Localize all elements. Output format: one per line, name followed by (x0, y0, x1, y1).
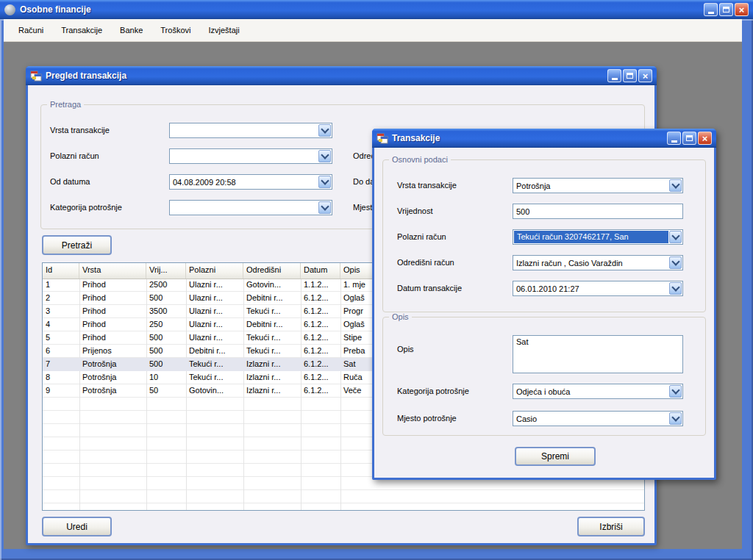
od-datuma-label: Od datuma (50, 177, 90, 186)
dropdown-button[interactable] (669, 385, 682, 398)
table-cell: Prihod (79, 318, 146, 331)
table-cell: Gotovin... (186, 384, 243, 398)
pregled-window-title: Pregled transakcija (46, 71, 126, 81)
vrsta-transakcije-combo[interactable]: Potrošnja (513, 178, 683, 193)
table-cell: Izlazni r... (243, 358, 301, 371)
dropdown-button[interactable] (669, 231, 682, 243)
table-cell: 500 (146, 331, 186, 345)
transakcije-dialog: Transakcije × Osnovni podaci Vrsta trans… (372, 129, 716, 480)
column-header-vrsta[interactable]: Vrsta (79, 263, 146, 279)
table-cell: 9 (43, 384, 79, 398)
table-cell: Potrošnja (79, 384, 146, 398)
table-cell: Prijenos (79, 345, 146, 358)
dropdown-button[interactable] (318, 176, 331, 188)
table-cell: Ulazni r... (186, 331, 243, 345)
kategorija-potrosnje-combo[interactable]: Odjeća i obuća (513, 384, 683, 399)
menu-item-troskovi[interactable]: Troškovi (151, 23, 199, 37)
odredisni-racun-label: Odredišni račun (397, 258, 454, 267)
column-header-vrijednost[interactable]: Vrij... (146, 263, 186, 279)
menubar: Računi Transakcije Banke Troškovi Izvješ… (4, 19, 742, 42)
od-datuma-picker[interactable]: 04.08.2009 20:58 (169, 174, 332, 190)
pregled-titlebar[interactable]: Pregled transakcija × (26, 66, 657, 85)
vrijednost-input[interactable]: 500 (513, 204, 683, 219)
dropdown-button[interactable] (669, 179, 682, 192)
delete-button[interactable]: Izbriši (577, 517, 645, 536)
edit-button[interactable]: Uredi (42, 517, 112, 536)
table-cell: 6.1.2... (301, 358, 340, 371)
mjesto-potrosnje-label: Mjesto potrošnje (397, 414, 457, 423)
polazni-racun-combo[interactable] (169, 148, 332, 164)
dropdown-button[interactable] (669, 282, 682, 295)
basic-groupbox-label: Osnovni podaci (389, 155, 451, 164)
dialog-close-button[interactable]: × (698, 132, 712, 145)
odredisni-racun-combo[interactable]: Izlazni račun , Casio Varaždin (513, 255, 683, 270)
menu-item-izvjestaji[interactable]: Izvještaji (199, 23, 248, 37)
table-cell: 500 (146, 345, 186, 358)
dialog-client-area: Osnovni podaci Vrsta transakcije Vrijedn… (374, 148, 714, 478)
table-cell: Prihod (79, 292, 146, 305)
menu-item-transakcije[interactable]: Transakcije (52, 23, 111, 37)
dropdown-button[interactable] (318, 150, 331, 162)
minimize-button[interactable] (704, 3, 718, 16)
table-cell: Debitni r... (243, 292, 301, 305)
table-cell: 6.1.2... (301, 331, 340, 345)
table-cell: Tekući r... (243, 331, 301, 345)
column-header-datum[interactable]: Datum (301, 263, 340, 279)
dialog-titlebar[interactable]: Transakcije × (372, 129, 716, 148)
polazni-racun-combo[interactable]: Tekući račun 3207462177, San (513, 229, 683, 245)
menu-item-racuni[interactable]: Računi (10, 23, 52, 37)
menu-item-banke[interactable]: Banke (111, 23, 151, 37)
table-cell: 6.1.2... (301, 345, 340, 358)
close-icon: × (702, 134, 708, 143)
mjesto-potrosnje-combo[interactable]: Casio (513, 411, 683, 426)
table-cell: 2500 (146, 279, 186, 292)
pregled-maximize-button[interactable] (623, 69, 637, 82)
dialog-minimize-button[interactable] (667, 132, 681, 145)
search-button[interactable]: Pretraži (42, 235, 112, 255)
chevron-down-icon (671, 231, 679, 240)
chevron-down-icon (321, 202, 329, 210)
chevron-down-icon (321, 151, 329, 159)
datum-transakcije-label: Datum transakcije (397, 284, 462, 292)
dropdown-button[interactable] (318, 201, 331, 214)
column-header-id[interactable]: Id (43, 263, 79, 279)
table-cell: Ulazni r... (186, 279, 243, 292)
table-cell: Izlazni r... (243, 371, 301, 384)
pregled-close-button[interactable]: × (638, 69, 652, 82)
chevron-down-icon (671, 283, 679, 291)
kategorija-potrosnje-combo[interactable] (169, 200, 332, 215)
table-cell: 1.1.2... (301, 279, 340, 292)
polazni-racun-label: Polazni račun (397, 232, 446, 241)
table-cell: 6.1.2... (301, 305, 340, 318)
main-titlebar[interactable]: Osobne financije × (0, 0, 753, 19)
kategorija-potrosnje-label: Kategorija potrošnje (397, 387, 469, 395)
column-header-odredisni[interactable]: Odredišni (243, 263, 301, 279)
maximize-button[interactable] (719, 3, 733, 16)
dialog-window-title: Transakcije (392, 133, 440, 143)
save-button[interactable]: Spremi (515, 447, 596, 466)
table-cell: Potrošnja (79, 371, 146, 384)
dropdown-button[interactable] (318, 124, 331, 137)
table-cell: Tekući r... (186, 371, 243, 384)
dialog-maximize-button[interactable] (682, 132, 696, 145)
opis-groupbox-label: Opis (389, 312, 412, 321)
pregled-minimize-button[interactable] (607, 69, 621, 82)
dropdown-button[interactable] (669, 256, 682, 269)
chevron-down-icon (671, 413, 679, 421)
opis-textarea[interactable]: Sat (513, 335, 683, 373)
table-cell: Tekući r... (243, 305, 301, 318)
chevron-down-icon (671, 386, 679, 394)
app-icon (4, 4, 15, 15)
table-cell: Gotovin... (243, 279, 301, 292)
table-cell: 6 (43, 345, 79, 358)
vrsta-transakcije-combo[interactable] (169, 123, 332, 138)
dropdown-button[interactable] (669, 412, 682, 425)
maximize-icon (627, 73, 633, 79)
datum-transakcije-picker[interactable]: 06.01.2010 21:27 (513, 281, 683, 296)
column-header-polazni[interactable]: Polazni (186, 263, 243, 279)
chevron-down-icon (671, 180, 679, 188)
minimize-icon (612, 78, 618, 80)
close-button[interactable]: × (735, 3, 749, 16)
table-cell: Prihod (79, 279, 146, 292)
close-icon: × (739, 5, 745, 15)
